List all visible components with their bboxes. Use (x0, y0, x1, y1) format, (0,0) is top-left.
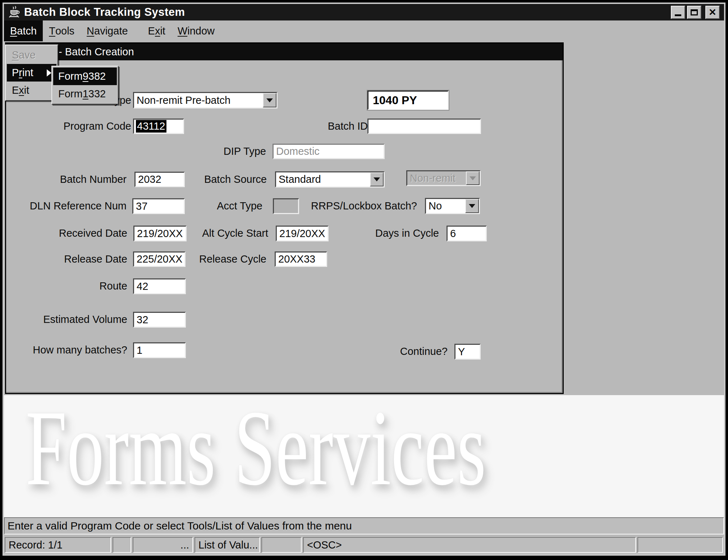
menu-item-exit-batch[interactable]: Exit (7, 82, 56, 99)
acct-type-label: Acct Type (217, 198, 262, 214)
dip-type-label: DIP Type (218, 143, 266, 159)
rrps-lockbox-label: RRPS/Lockbox Batch? (308, 198, 417, 214)
estimated-volume-label: Estimated Volume (37, 311, 127, 327)
close-icon: ✕ (709, 7, 716, 18)
batch-source-label: Batch Source (203, 171, 267, 187)
forms-canvas: Forms Services (4, 395, 724, 517)
batch-number-field[interactable]: 2032 (134, 172, 185, 187)
release-cycle-value: 20XX33 (278, 253, 315, 265)
alt-cycle-start-value: 219/20XX (279, 228, 325, 240)
release-cycle-field[interactable]: 20XX33 (275, 251, 327, 267)
menu-item-batch[interactable]: Batch (4, 20, 43, 41)
batch-source-value: Standard (276, 172, 370, 186)
menu-item-tools[interactable]: Tools (43, 20, 81, 41)
menu-item-print[interactable]: Print (7, 64, 56, 82)
received-date-label: Received Date (54, 225, 127, 241)
list-of-values-indicator: List of Valu... (194, 537, 260, 553)
chevron-down-icon (374, 177, 380, 181)
menu-item-print-label: Print (12, 67, 33, 79)
dip-type-field: Domestic (273, 144, 385, 159)
rrps-lockbox-dropdown-button[interactable] (465, 199, 479, 213)
dln-reference-value: 37 (136, 200, 147, 212)
submenu-arrow-icon (47, 69, 51, 77)
title-bar: Batch Block Tracking System ✕ (4, 4, 724, 20)
batch-number-label: Batch Number (43, 171, 127, 187)
java-icon (8, 6, 20, 19)
minimize-button[interactable] (671, 6, 685, 19)
continue-label: Continue? (395, 343, 448, 359)
ellipsis-cell: ... (133, 537, 193, 553)
batch-number-value: 2032 (138, 173, 161, 185)
program-code-value: 43112 (136, 120, 166, 133)
days-in-cycle-label: Days in Cycle (371, 225, 439, 241)
batch-source-dropdown-button[interactable] (370, 172, 384, 186)
days-in-cycle-value: 6 (450, 228, 456, 240)
submenu-item-form-9382[interactable]: Form 9382 (53, 68, 117, 85)
received-date-field[interactable]: 219/20XX (133, 226, 187, 241)
release-date-label: Release Date (59, 251, 127, 267)
record-bar: Record: 1/1 ... List of Valu... <OSC> (4, 536, 724, 555)
menu-item-save[interactable]: Save (7, 46, 56, 64)
route-value: 42 (137, 281, 148, 292)
remit-type-dropdown-button (466, 171, 480, 185)
minimize-icon (675, 14, 681, 16)
form-type-value: 1040 PY (373, 94, 417, 107)
remit-type-value: Non-remit (407, 171, 466, 185)
form-type-display: 1040 PY (367, 91, 449, 110)
program-code-label: Program Code (42, 118, 131, 134)
estimated-volume-field[interactable]: 32 (133, 312, 186, 328)
route-field[interactable]: 42 (133, 278, 186, 294)
maximize-button[interactable] (687, 6, 701, 19)
rrps-lockbox-combo[interactable]: No (425, 198, 480, 214)
chevron-down-icon (469, 204, 475, 208)
batch-type-dropdown-button[interactable] (263, 93, 276, 107)
print-submenu: Form 9382 Form 1332 (51, 66, 119, 105)
menu-item-navigate[interactable]: Navigate (81, 20, 134, 41)
program-code-field[interactable]: 43112 (133, 119, 184, 134)
menu-item-exit[interactable]: Exit (142, 20, 171, 41)
continue-value: Y (458, 346, 465, 358)
screen: Batch Block Tracking System ✕ Batch Tool… (0, 0, 728, 560)
remit-type-combo: Non-remit (406, 170, 481, 186)
batch-type-combo[interactable]: Non-remit Pre-batch (133, 92, 278, 108)
menu-item-window[interactable]: Window (171, 20, 221, 41)
how-many-batches-field[interactable]: 1 (133, 342, 186, 358)
window-title: Batch Block Tracking System (24, 6, 185, 19)
release-date-value: 225/20XX (137, 253, 182, 265)
days-in-cycle-field[interactable]: 6 (447, 226, 487, 241)
record-bar-cell (637, 537, 723, 553)
form-window-titlebar: - Batch Creation (6, 43, 563, 60)
acct-type-field (273, 198, 299, 214)
continue-field[interactable]: Y (454, 344, 481, 360)
how-many-batches-label: How many batches? (28, 342, 127, 358)
estimated-volume-value: 32 (137, 314, 148, 326)
maximize-icon (691, 9, 698, 15)
record-bar-cell (113, 537, 131, 553)
dln-reference-field[interactable]: 37 (132, 198, 185, 214)
record-bar-cell (261, 537, 302, 553)
alt-cycle-start-field[interactable]: 219/20XX (276, 226, 329, 241)
window-controls: ✕ (671, 6, 720, 19)
batch-type-value: Non-remit Pre-batch (134, 93, 263, 107)
batch-id-field[interactable] (367, 119, 481, 134)
watermark: Forms Services (26, 395, 486, 510)
chevron-down-icon (266, 98, 273, 102)
status-message: Enter a valid Program Code or select Too… (8, 520, 352, 532)
close-button[interactable]: ✕ (705, 6, 720, 19)
batch-id-label: Batch ID (316, 118, 368, 134)
release-date-field[interactable]: 225/20XX (133, 251, 186, 267)
dip-type-value: Domestic (276, 145, 320, 157)
rrps-lockbox-value: No (426, 199, 465, 213)
release-cycle-label: Release Cycle (196, 251, 266, 267)
record-indicator: Record: 1/1 (5, 537, 111, 553)
route-label: Route (98, 278, 127, 294)
received-date-value: 219/20XX (137, 228, 183, 240)
alt-cycle-start-label: Alt Cycle Start (201, 225, 268, 241)
submenu-item-form-1332[interactable]: Form 1332 (53, 85, 117, 103)
batch-menu: Save Print Exit (5, 45, 58, 101)
chevron-down-icon (470, 176, 476, 180)
batch-source-combo[interactable]: Standard (275, 171, 385, 188)
status-bar: Enter a valid Program Code or select Too… (4, 517, 724, 534)
menu-bar: Batch Tools Navigate Exit Window (4, 20, 724, 41)
osc-indicator: <OSC> (303, 537, 636, 553)
